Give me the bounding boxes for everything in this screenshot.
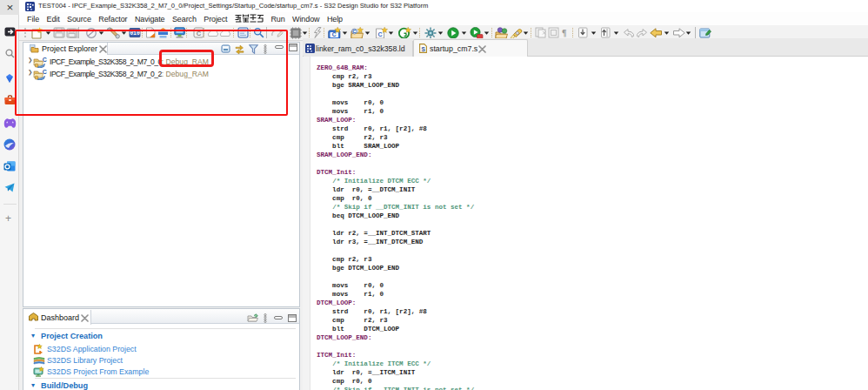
svg-text:C: C	[352, 29, 357, 34]
svg-text:S: S	[421, 46, 425, 52]
svg-text:C: C	[377, 31, 382, 37]
